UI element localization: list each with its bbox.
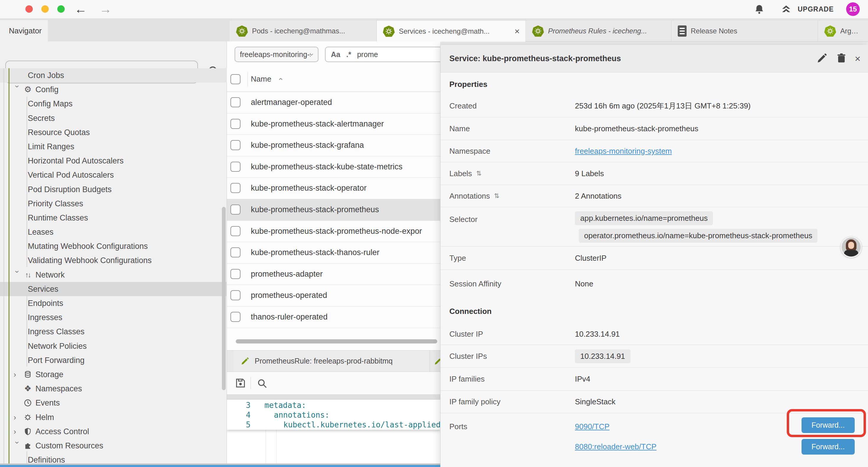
sidebar-item-mutating-webhook-configurations[interactable]: Mutating Webhook Configurations [0,239,227,253]
sidebar-item-endpoints[interactable]: Endpoints [0,296,227,310]
close-icon[interactable]: × [855,53,861,64]
sidebar-item-events[interactable]: Events [0,396,227,410]
match-case-toggle[interactable]: Aa [331,50,340,59]
sidebar-item-resource-quotas[interactable]: Resource Quotas [0,125,227,140]
save-icon[interactable] [235,377,246,389]
horizontal-scrollbar[interactable] [236,339,437,344]
sidebar-item-runtime-classes[interactable]: Runtime Classes [0,211,227,225]
sidebar-item-config-maps[interactable]: Config Maps [0,97,227,111]
sidebar-item-network-policies[interactable]: Network Policies [0,339,227,353]
code-line: 4 annotations: [227,410,440,420]
close-tab-icon[interactable]: × [514,26,520,36]
upgrade-button[interactable]: UPGRADE [798,0,834,18]
expand-collapse-icon[interactable]: ⇅ [494,192,499,200]
tree-child-guide-custom-resources [27,451,27,465]
sidebar-item-pod-disruption-budgets[interactable]: Pod Disruption Budgets [0,182,227,197]
row-checkbox[interactable] [230,312,241,322]
sidebar-item-cron-jobs[interactable]: Cron Jobs [0,68,227,83]
row-checkbox[interactable] [230,97,241,107]
table-row[interactable]: prometheus-operated [227,285,440,307]
sidebar-item-vertical-pod-autoscalers[interactable]: Vertical Pod Autoscalers [0,168,227,182]
sidebar-item-ingress-classes[interactable]: Ingress Classes [0,324,227,339]
regex-toggle[interactable]: .* [346,50,351,59]
sidebar-item-namespaces[interactable]: ❖ Namespaces [0,382,227,396]
indent-guide [266,430,266,464]
sidebar-item-ingresses[interactable]: Ingresses [0,310,227,324]
close-window-button[interactable] [25,5,33,13]
forward-port-8080-button[interactable]: Forward... [802,439,855,455]
sidebar-item-services[interactable]: Services [0,282,227,296]
back-arrow-icon[interactable]: ← [74,0,87,18]
sidebar-item-storage[interactable]: › Storage [0,368,227,382]
sidebar-scrollbar[interactable] [222,207,226,390]
row-checkbox[interactable] [230,119,241,129]
list-header: Name› [227,66,440,92]
filter-input[interactable]: Aa .* prome [325,47,449,62]
sidebar-item-helm[interactable]: › Helm [0,410,227,425]
row-checkbox[interactable] [230,162,241,172]
sidebar-item-secrets[interactable]: Secrets [0,111,227,125]
table-row[interactable]: thanos-ruler-operated [227,306,440,328]
row-checkbox[interactable] [230,290,241,300]
namespace-link[interactable]: freeleaps-monitoring-system [575,147,672,156]
tab-navigator[interactable]: Navigator [0,20,48,41]
chevron-collapsed-icon[interactable]: › [13,425,21,439]
port-8080-link[interactable]: 8080:reloader-web/TCP [575,442,656,451]
tab-prometheus-rules[interactable]: Prometheus Rules - icecheng... [526,21,672,41]
row-checkbox[interactable] [230,183,241,193]
sidebar-item-config[interactable]: › ⚙ Config [0,83,227,97]
sidebar-item-horizontal-pod-autoscalers[interactable]: Horizontal Pod Autoscalers [0,154,227,168]
table-row[interactable]: kube-prometheus-stack-thanos-ruler [227,242,440,264]
tab-services[interactable]: Services - icecheng@math... × [377,21,526,42]
editor-tab-strip: PrometheusRule: freeleaps-prod-rabbitmq [227,350,440,372]
table-row[interactable]: kube-prometheus-stack-prometheus-node-ex… [227,221,440,242]
select-all-checkbox[interactable] [230,74,241,84]
row-checkbox[interactable] [230,247,241,258]
sidebar-item-validating-webhook-configurations[interactable]: Validating Webhook Configurations [0,253,227,267]
table-row[interactable]: kube-prometheus-stack-kube-state-metrics [227,156,440,178]
sidebar-item-limit-ranges[interactable]: Limit Ranges [0,140,227,154]
table-row[interactable]: prometheus-adapter [227,263,440,285]
name-column-header[interactable]: Name› [251,66,282,92]
notification-count-badge[interactable]: 15 [846,2,860,16]
tab-release-notes[interactable]: Release Notes [672,21,818,41]
yaml-editor[interactable]: 11 ","for":"1m","labels":{"service":" 12… [227,400,440,464]
table-row-selected[interactable]: kube-prometheus-stack-prometheus [227,199,440,221]
edit-pencil-icon[interactable] [816,53,828,64]
avatar[interactable] [840,236,862,258]
tree-child-guide-config [27,97,27,267]
bell-icon[interactable] [754,4,765,15]
forward-arrow-icon[interactable]: → [99,0,112,18]
sidebar-item-priority-classes[interactable]: Priority Classes [0,197,227,211]
table-row[interactable]: kube-prometheus-stack-grafana [227,135,440,156]
sidebar-item-leases[interactable]: Leases [0,225,227,239]
maximize-window-button[interactable] [57,5,65,13]
sidebar-item-custom-resources[interactable]: › Custom Resources [0,439,227,453]
table-row[interactable]: alertmanager-operated [227,92,440,114]
row-checkbox[interactable] [230,205,241,214]
chevron-collapsed-icon[interactable]: › [13,368,21,382]
kubernetes-icon [532,25,544,37]
tab-argo[interactable]: Argo Se [818,21,868,41]
table-row[interactable]: kube-prometheus-stack-operator [227,177,440,199]
sidebar-item-access-control[interactable]: › Access Control [0,425,227,439]
sidebar-item-port-forwarding[interactable]: Port Forwarding [0,353,227,368]
trash-icon[interactable] [836,53,847,64]
namespace-selector[interactable]: freeleaps-monitoring-system › [235,47,318,62]
row-checkbox[interactable] [230,269,241,279]
editor-search-icon[interactable] [256,378,268,389]
tree-guide-line [4,68,4,465]
selector-chip: app.kubernetes.io/name=prometheus [575,211,713,225]
tab-pods[interactable]: Pods - icecheng@mathmas... [230,21,377,41]
upgrade-chevrons-icon[interactable] [780,4,793,15]
sidebar-item-network[interactable]: › ↑↓ Network [0,268,227,282]
minimize-window-button[interactable] [41,5,49,13]
port-9090-link[interactable]: 9090/TCP [575,422,610,431]
table-row[interactable]: kube-prometheus-stack-alertmanager [227,113,440,135]
editor-tab-prometheusrule[interactable]: PrometheusRule: freeleaps-prod-rabbitmq [234,351,430,372]
row-checkbox[interactable] [230,140,241,150]
expand-collapse-icon[interactable]: ⇅ [476,170,482,177]
chevron-collapsed-icon[interactable]: › [13,410,21,425]
up-down-arrows-icon: ↑↓ [23,268,33,282]
row-checkbox[interactable] [230,226,241,236]
